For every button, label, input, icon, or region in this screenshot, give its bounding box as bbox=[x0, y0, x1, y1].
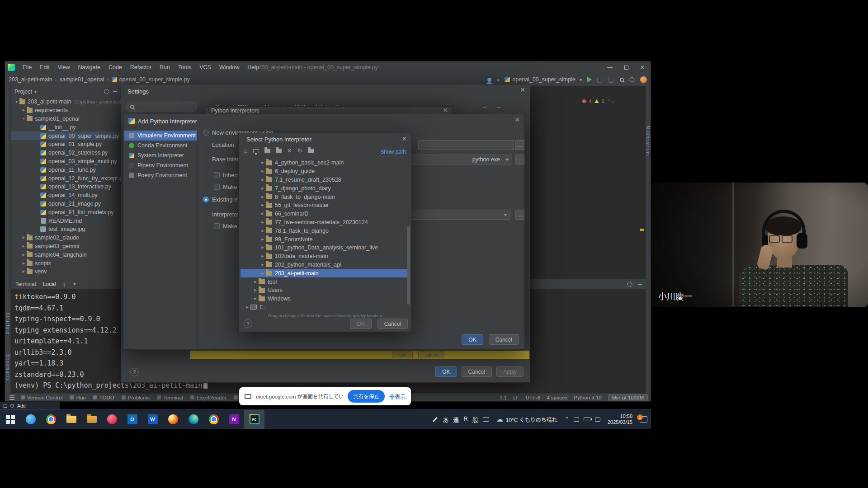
taskbar-app-button[interactable] bbox=[20, 410, 41, 429]
chevron-icon[interactable]: ▶ bbox=[259, 263, 266, 267]
project-tree-item[interactable]: openai_01_simple.py bbox=[11, 140, 121, 149]
tool-window-button[interactable]: Run bbox=[70, 395, 86, 400]
settings-apply-button[interactable]: Apply bbox=[496, 366, 524, 377]
project-tree-item[interactable]: openai_02_stateless.py bbox=[11, 149, 121, 157]
chevron-icon[interactable]: ▶ bbox=[244, 305, 250, 309]
project-tree-item[interactable]: openai_13_interactive.py bbox=[11, 183, 121, 191]
inspection-widget[interactable]: 4 1 ⌃⌄ bbox=[582, 99, 616, 104]
new-environment-radio[interactable] bbox=[203, 130, 209, 136]
taskbar-app-button[interactable] bbox=[163, 410, 183, 429]
taskbar-app-button[interactable] bbox=[41, 410, 61, 429]
project-tree-item[interactable]: ▶ scripts bbox=[11, 259, 121, 267]
taskbar-app-button[interactable] bbox=[61, 410, 81, 429]
make-available-checkbox-1[interactable] bbox=[214, 184, 220, 190]
pen-icon[interactable] bbox=[433, 417, 438, 422]
show-hidden-icon[interactable] bbox=[308, 149, 314, 153]
battery-icon[interactable] bbox=[584, 418, 590, 421]
tool-window-button[interactable]: Version Control bbox=[21, 395, 63, 400]
tool-window-button[interactable]: Problems bbox=[122, 395, 150, 400]
project-tree-item[interactable]: openai_11_func.py bbox=[11, 165, 121, 174]
taskbar-app-button[interactable]: W bbox=[142, 410, 163, 429]
ime-mode-button[interactable]: あ bbox=[443, 415, 448, 424]
status-item[interactable]: 1:1 bbox=[500, 395, 507, 400]
desktop-icon[interactable] bbox=[253, 149, 259, 153]
project-options-icon[interactable] bbox=[104, 89, 109, 94]
run-button[interactable] bbox=[587, 77, 592, 82]
ime-mode-button[interactable]: 連 bbox=[453, 415, 459, 424]
ime-mode-button[interactable]: 般 bbox=[472, 415, 478, 424]
environment-type-item[interactable]: Conda Environment bbox=[124, 141, 197, 150]
home-icon[interactable]: ⌂ bbox=[244, 148, 248, 154]
file-row[interactable]: ▶ E: bbox=[241, 303, 408, 312]
taskbar-app-button[interactable] bbox=[203, 410, 224, 429]
coverage-button[interactable] bbox=[609, 77, 614, 83]
menu-item[interactable]: Refactor bbox=[126, 61, 156, 73]
hide-panel-icon[interactable] bbox=[113, 91, 117, 92]
select-ok-button[interactable]: OK bbox=[350, 319, 371, 329]
close-icon[interactable]: ✕ bbox=[443, 107, 448, 113]
environment-type-item[interactable]: Virtualenv Environment bbox=[124, 131, 197, 141]
project-tree-item[interactable]: openai_12_func_try_except.py bbox=[11, 174, 121, 183]
project-tree-item[interactable]: ▶ requirements bbox=[11, 106, 121, 115]
taskbar-app-button[interactable]: O bbox=[122, 410, 142, 429]
tool-window-button[interactable]: TODO bbox=[93, 395, 114, 400]
run-configuration-select[interactable]: openai_00_super_simple bbox=[505, 76, 582, 83]
inherit-checkbox[interactable] bbox=[214, 172, 220, 178]
project-tree-item[interactable]: __init__.py bbox=[11, 123, 121, 131]
menu-item[interactable]: File bbox=[19, 61, 36, 73]
base-browse-button[interactable]: ... bbox=[515, 155, 524, 164]
menu-item[interactable]: Navigate bbox=[74, 61, 104, 73]
new-terminal-icon[interactable]: ＋ bbox=[61, 280, 67, 289]
next-prev-arrows[interactable]: ⌃⌄ bbox=[607, 99, 616, 103]
keyboard-icon[interactable] bbox=[483, 417, 489, 422]
chevron-icon[interactable]: ▶ bbox=[252, 288, 259, 292]
clock-widget[interactable]: 10:50 2025/03/15 bbox=[608, 413, 632, 425]
breadcrumb-project[interactable]: 203_ai-petit-main bbox=[9, 76, 60, 83]
environment-type-item[interactable]: System Interpreter bbox=[124, 150, 197, 160]
terminal-minimize-icon[interactable] bbox=[638, 284, 642, 285]
chevron-icon[interactable]: ▶ bbox=[259, 169, 266, 173]
menu-item[interactable]: Edit bbox=[36, 61, 54, 73]
close-icon[interactable]: ✕ bbox=[520, 87, 525, 93]
refresh-icon[interactable]: ↻ bbox=[297, 148, 302, 154]
add-label[interactable]: Add bbox=[17, 403, 26, 408]
project-tree-item[interactable]: ▼ 203_ai-petit-main C:\python_projects\2… bbox=[11, 98, 121, 106]
file-row[interactable]: ▶ tool bbox=[241, 277, 408, 286]
taskbar-app-button[interactable]: PC bbox=[244, 410, 264, 429]
file-row[interactable]: ▶ Users bbox=[241, 286, 408, 295]
tool-window-button[interactable]: Terminal bbox=[157, 395, 183, 400]
file-row[interactable]: ▶ 4_python_basic_sec2-main bbox=[241, 159, 408, 167]
help-button[interactable]: ? bbox=[130, 368, 139, 376]
menu-item[interactable]: View bbox=[54, 61, 74, 73]
taskbar-app-button[interactable] bbox=[183, 410, 203, 429]
tray-device-icon[interactable] bbox=[574, 418, 579, 422]
help-button[interactable]: ? bbox=[244, 319, 252, 328]
existing-environment-radio[interactable] bbox=[203, 197, 209, 202]
file-row[interactable]: ▶ 66_seminarD bbox=[241, 210, 408, 218]
account-avatar[interactable] bbox=[640, 76, 647, 83]
menu-item[interactable]: Tools bbox=[174, 61, 195, 73]
project-view-select[interactable]: Project bbox=[14, 89, 37, 95]
tool-window-button[interactable]: ExcelReader bbox=[190, 395, 226, 400]
close-button[interactable]: ✕ bbox=[634, 61, 651, 73]
add-ok-button[interactable]: OK bbox=[462, 334, 483, 345]
scrollbar-warning-mark[interactable] bbox=[640, 229, 644, 231]
file-row[interactable]: ▶ 202_python_materials_api bbox=[241, 261, 408, 269]
tool-button-notifications[interactable]: Notifications bbox=[646, 126, 651, 156]
settings-cancel-button[interactable]: Cancel bbox=[462, 366, 492, 377]
chevron-icon[interactable]: ▶ bbox=[259, 246, 266, 249]
file-row[interactable]: ▶ 8_flask_to_django-main bbox=[241, 192, 408, 201]
file-row[interactable]: ▶ 6_deploy_guide bbox=[241, 167, 408, 176]
file-row[interactable]: ▶ Windows bbox=[241, 295, 408, 303]
ime-mode-button[interactable]: R bbox=[463, 415, 467, 424]
interpreter-browse-button[interactable]: ... bbox=[515, 210, 524, 220]
menu-item[interactable]: Run bbox=[156, 61, 174, 73]
file-row[interactable]: ▶ 99_ForumNote bbox=[241, 235, 408, 244]
project-tree-item[interactable]: README.md bbox=[11, 216, 121, 225]
project-tree-item[interactable]: openai_00_super_simple.py bbox=[11, 131, 121, 140]
chevron-icon[interactable]: ▶ bbox=[259, 195, 266, 199]
project-tree-item[interactable]: ▶ sample04_langchain bbox=[11, 250, 121, 259]
file-row[interactable]: ▶ 7.1_resume_draft_230528 bbox=[241, 176, 408, 184]
action-center-icon[interactable]: 1 bbox=[640, 416, 647, 422]
chevron-icon[interactable]: ▶ bbox=[252, 297, 259, 300]
